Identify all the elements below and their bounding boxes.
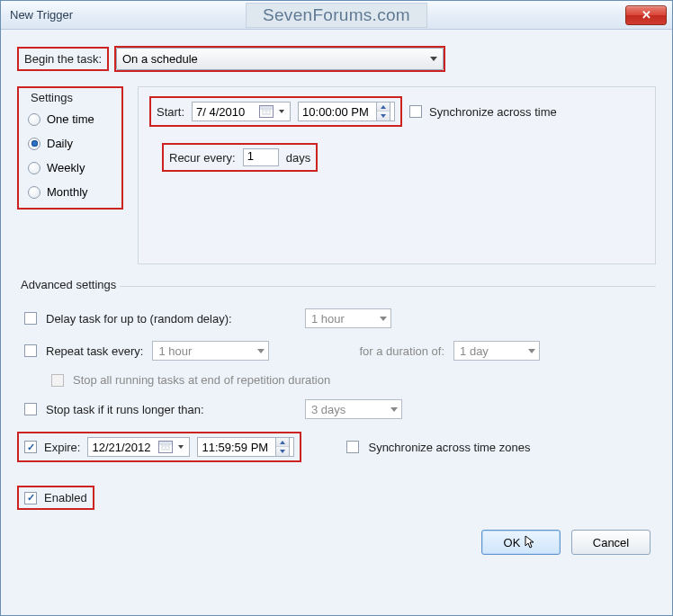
sync-time-checkbox[interactable] bbox=[409, 105, 422, 118]
repeat-value-dropdown[interactable]: 1 hour bbox=[152, 341, 269, 361]
window-title: New Trigger bbox=[10, 8, 73, 22]
start-date-value: 7/ 4/2010 bbox=[196, 105, 256, 119]
repeat-label: Repeat task every: bbox=[46, 344, 143, 358]
chevron-down-icon bbox=[257, 349, 265, 353]
chevron-down-icon bbox=[279, 110, 284, 113]
titlebar: New Trigger SevenForums.com ✕ bbox=[1, 1, 672, 30]
stop-all-checkbox bbox=[51, 374, 64, 387]
repeat-checkbox[interactable] bbox=[24, 344, 37, 357]
close-button[interactable]: ✕ bbox=[625, 5, 667, 25]
enabled-checkbox[interactable] bbox=[24, 492, 37, 504]
spin-up-icon[interactable] bbox=[276, 438, 289, 447]
delay-value: 1 hour bbox=[311, 312, 345, 326]
recur-value-input[interactable]: 1 bbox=[243, 148, 279, 166]
expire-date-value: 12/21/2012 bbox=[92, 441, 155, 454]
chevron-down-icon bbox=[528, 349, 535, 353]
delay-label: Delay task for up to (random delay): bbox=[46, 312, 296, 326]
cancel-button[interactable]: Cancel bbox=[571, 530, 651, 555]
calendar-icon bbox=[158, 441, 173, 453]
stop-if-value: 3 days bbox=[311, 403, 345, 416]
expire-time-value: 11:59:59 PM bbox=[202, 441, 272, 454]
sync-time-label: Synchronize across time bbox=[429, 105, 557, 119]
radio-label: Weekly bbox=[47, 161, 85, 174]
radio-monthly[interactable]: Monthly bbox=[28, 185, 112, 199]
stop-if-checkbox[interactable] bbox=[24, 403, 37, 415]
advanced-title: Advanced settings bbox=[17, 278, 120, 291]
delay-checkbox[interactable] bbox=[24, 312, 37, 325]
schedule-detail-panel: Start: 7/ 4/2010 10:00:00 PM bbox=[138, 86, 656, 264]
spin-up-icon[interactable] bbox=[377, 103, 390, 112]
radio-label: Daily bbox=[47, 137, 73, 150]
schedule-settings-group: Settings One time Daily Weekly bbox=[17, 86, 123, 210]
watermark: SevenForums.com bbox=[246, 3, 427, 28]
expire-label: Expire: bbox=[44, 441, 80, 454]
chevron-down-icon bbox=[380, 317, 387, 321]
radio-daily[interactable]: Daily bbox=[28, 137, 112, 150]
spin-down-icon[interactable] bbox=[276, 447, 289, 456]
advanced-settings-group: Advanced settings Delay task for up to (… bbox=[17, 286, 656, 510]
start-time-input[interactable]: 10:00:00 PM bbox=[298, 102, 395, 121]
cancel-label: Cancel bbox=[593, 536, 629, 549]
radio-label: Monthly bbox=[47, 185, 88, 199]
start-time-value: 10:00:00 PM bbox=[302, 105, 372, 119]
expire-sync-checkbox[interactable] bbox=[346, 441, 359, 453]
begin-task-label: Begin the task: bbox=[17, 47, 109, 71]
close-icon: ✕ bbox=[642, 8, 651, 22]
stop-all-label: Stop all running tasks at end of repetit… bbox=[73, 373, 330, 387]
spin-down-icon[interactable] bbox=[377, 112, 390, 121]
expire-time-input[interactable]: 11:59:59 PM bbox=[197, 437, 294, 457]
stop-if-value-dropdown[interactable]: 3 days bbox=[305, 399, 402, 419]
begin-task-value: On a schedule bbox=[122, 52, 198, 66]
duration-value-dropdown[interactable]: 1 day bbox=[453, 341, 540, 361]
start-label: Start: bbox=[157, 105, 184, 119]
recur-label: Recur every: bbox=[169, 151, 236, 165]
delay-value-dropdown[interactable]: 1 hour bbox=[305, 308, 391, 328]
radio-one-time[interactable]: One time bbox=[28, 112, 112, 126]
radio-label: One time bbox=[47, 112, 94, 126]
radio-icon bbox=[28, 186, 40, 199]
chevron-down-icon bbox=[178, 445, 184, 449]
stop-if-label: Stop task if it runs longer than: bbox=[46, 403, 296, 416]
new-trigger-dialog: New Trigger SevenForums.com ✕ Begin the … bbox=[0, 0, 673, 616]
duration-label: for a duration of: bbox=[359, 344, 444, 358]
repeat-value: 1 hour bbox=[158, 344, 192, 358]
begin-task-dropdown[interactable]: On a schedule bbox=[116, 48, 444, 70]
chevron-down-icon bbox=[430, 57, 437, 61]
settings-group-title: Settings bbox=[28, 91, 76, 104]
recur-unit: days bbox=[286, 151, 310, 165]
expire-sync-label: Synchronize across time zones bbox=[368, 441, 530, 454]
radio-icon bbox=[28, 162, 40, 174]
ok-button[interactable]: OK bbox=[481, 530, 561, 555]
expire-checkbox[interactable] bbox=[24, 441, 37, 453]
calendar-icon bbox=[259, 105, 274, 118]
enabled-label: Enabled bbox=[44, 491, 87, 504]
chevron-down-icon bbox=[390, 407, 398, 412]
time-spinner[interactable] bbox=[376, 102, 390, 121]
duration-value: 1 day bbox=[460, 344, 489, 358]
dialog-body: Begin the task: On a schedule Settings O… bbox=[1, 30, 672, 567]
radio-icon bbox=[28, 113, 40, 126]
radio-icon bbox=[28, 138, 40, 150]
start-date-input[interactable]: 7/ 4/2010 bbox=[192, 102, 291, 121]
cursor-icon bbox=[524, 535, 538, 549]
radio-weekly[interactable]: Weekly bbox=[28, 161, 112, 174]
expire-date-input[interactable]: 12/21/2012 bbox=[87, 437, 190, 457]
time-spinner[interactable] bbox=[275, 437, 290, 457]
ok-label: OK bbox=[504, 536, 521, 549]
